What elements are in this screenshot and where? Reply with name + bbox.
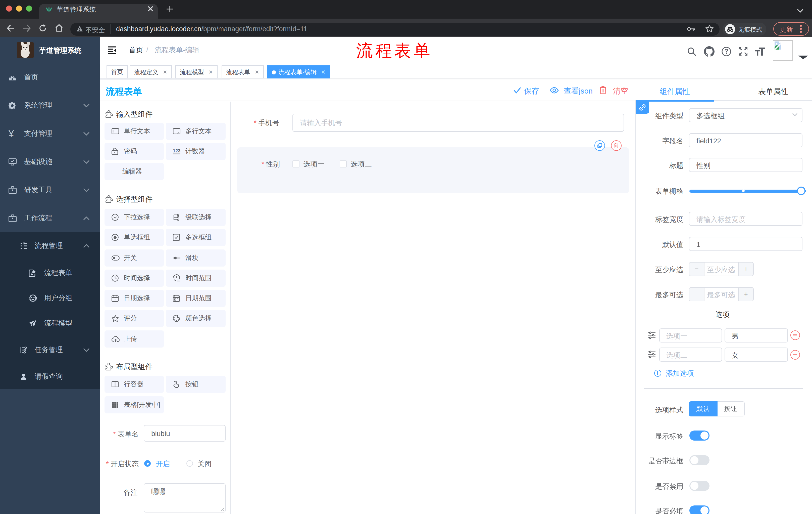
svg-text:123: 123 <box>173 148 180 154</box>
